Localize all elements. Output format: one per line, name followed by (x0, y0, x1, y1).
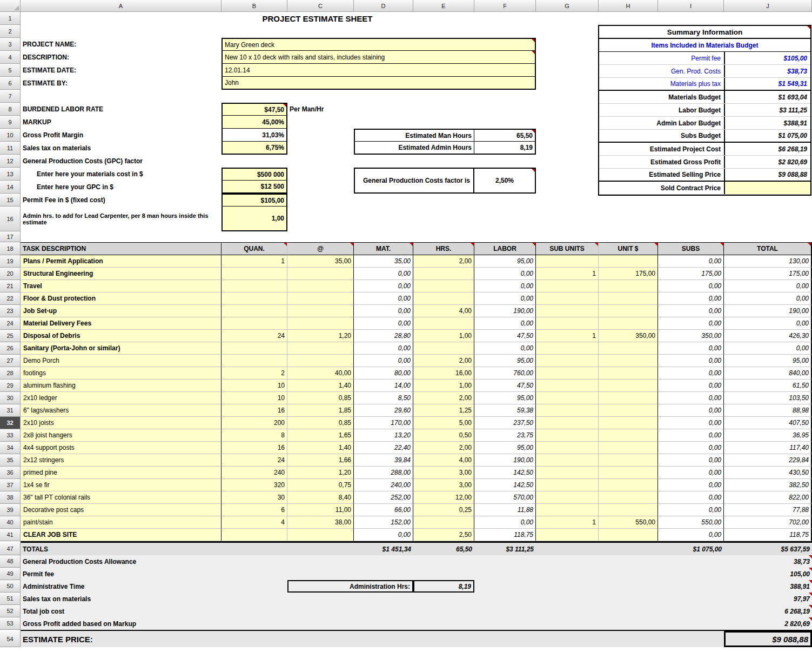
unit-cell[interactable] (599, 417, 658, 429)
task-name-cell[interactable]: Demo Porch (21, 355, 222, 367)
quan-cell[interactable] (222, 529, 287, 541)
summary-admin-labor-budget-label[interactable]: Admin Labor Budget (599, 117, 724, 129)
total-cell[interactable]: 840,00 (724, 367, 812, 380)
labor-cell[interactable]: 0,00 (474, 317, 536, 330)
quan-cell[interactable]: 10 (222, 392, 287, 404)
empty-cell[interactable] (287, 129, 354, 142)
page-title[interactable]: PROJECT ESTIMATE SHEET (222, 12, 413, 25)
task-name-cell[interactable]: Material Delivery Fees (21, 317, 222, 330)
total-cell[interactable]: 77,88 (724, 504, 812, 516)
labor-cell[interactable]: 95,00 (474, 442, 536, 454)
rate-cell[interactable]: 40,00 (287, 367, 354, 380)
task-name-cell[interactable]: Structural Engineering (21, 268, 222, 280)
gpc-factor-box-value[interactable]: 2,50% (474, 169, 535, 192)
empty-cell[interactable] (21, 231, 599, 242)
row-header[interactable]: 13 (0, 168, 21, 181)
sub-units-cell[interactable]: 1 (536, 516, 599, 529)
unit-cell[interactable] (599, 355, 658, 367)
hrs-cell[interactable] (413, 342, 474, 355)
quan-cell[interactable] (222, 305, 287, 317)
labor-cell[interactable]: 0,00 (474, 516, 536, 529)
empty-cell[interactable] (599, 207, 812, 231)
rate-cell[interactable] (287, 342, 354, 355)
empty-cell[interactable] (222, 580, 287, 593)
mat-cell[interactable]: 0,00 (354, 342, 413, 355)
sub-units-cell[interactable] (536, 504, 599, 516)
rate-cell[interactable] (287, 317, 354, 330)
rate-cell[interactable] (287, 305, 354, 317)
permit-fee-input[interactable]: $105,00 (222, 194, 287, 207)
hrs-cell[interactable]: 2,50 (413, 529, 474, 541)
total-labor-value[interactable]: $3 111,25 (474, 543, 536, 555)
task-name-cell[interactable]: Plans / Permit Application (21, 255, 222, 268)
row-header[interactable]: 8 (0, 103, 21, 116)
row-header[interactable]: 18 (0, 242, 21, 255)
empty-cell[interactable] (536, 168, 599, 181)
sub-units-cell[interactable] (536, 491, 599, 504)
mat-cell[interactable]: 0,00 (354, 268, 413, 280)
row-header[interactable]: 16 (0, 207, 21, 231)
gpc-allowance-value[interactable]: 38,73 (724, 555, 812, 568)
total-cell[interactable]: 175,00 (724, 268, 812, 280)
hrs-cell[interactable] (413, 292, 474, 305)
markup-input[interactable]: 45,00% (222, 116, 287, 129)
column-header-i[interactable]: I (658, 0, 724, 12)
total-cell[interactable]: 407,50 (724, 417, 812, 429)
quan-cell[interactable]: 2 (222, 367, 287, 380)
unit-cell[interactable] (599, 317, 658, 330)
column-header-d[interactable]: D (354, 0, 413, 12)
subs-cell[interactable]: 0,00 (658, 504, 724, 516)
subs-cell[interactable]: 0,00 (658, 417, 724, 429)
total-job-cost-value[interactable]: 6 268,19 (724, 605, 812, 617)
task-name-cell[interactable]: 2x12 stringers (21, 454, 222, 467)
hrs-cell[interactable] (413, 516, 474, 529)
administration-hrs-value[interactable]: 8,19 (413, 580, 474, 593)
total-mat-value[interactable]: $1 451,34 (354, 543, 413, 555)
sub-units-cell[interactable] (536, 367, 599, 380)
hrs-cell[interactable]: 0,25 (413, 504, 474, 516)
unit-cell[interactable] (599, 404, 658, 417)
hrs-cell[interactable]: 3,00 (413, 467, 474, 479)
estimate-price-value[interactable]: $9 088,88 (724, 631, 812, 647)
hrs-cell[interactable]: 1,25 (413, 404, 474, 417)
estimated-admin-hours-value[interactable]: 8,19 (474, 142, 536, 155)
unit-cell[interactable] (599, 367, 658, 380)
estimate-by-input[interactable]: John (222, 77, 536, 90)
hrs-cell[interactable]: 2,00 (413, 392, 474, 404)
mat-cell[interactable]: 80,00 (354, 367, 413, 380)
sub-units-cell[interactable] (536, 417, 599, 429)
row-header[interactable]: 31 (0, 404, 21, 417)
unit-cell[interactable] (599, 479, 658, 491)
unit-cell[interactable] (599, 442, 658, 454)
row-header[interactable]: 10 (0, 129, 21, 142)
hrs-cell[interactable]: 0,50 (413, 429, 474, 442)
empty-cell[interactable] (287, 194, 599, 207)
header-subs[interactable]: SUBS (658, 242, 724, 255)
row-header[interactable]: 38 (0, 491, 21, 504)
mat-cell[interactable]: 8,50 (354, 392, 413, 404)
subs-cell[interactable]: 0,00 (658, 380, 724, 392)
sub-units-cell[interactable] (536, 292, 599, 305)
mat-cell[interactable]: 35,00 (354, 255, 413, 268)
summary-gen-prod-costs-label[interactable]: Gen. Prod. Costs (599, 65, 724, 77)
empty-cell[interactable] (222, 555, 724, 568)
quan-cell[interactable]: 240 (222, 467, 287, 479)
row-header[interactable]: 1 (0, 12, 21, 25)
subs-cell[interactable]: 0,00 (658, 454, 724, 467)
labor-cell[interactable]: 142,50 (474, 467, 536, 479)
row-header[interactable]: 4 (0, 51, 21, 64)
labor-cell[interactable]: 190,00 (474, 305, 536, 317)
total-cell[interactable]: 118,75 (724, 529, 812, 541)
hrs-cell[interactable]: 4,00 (413, 305, 474, 317)
task-name-cell[interactable]: CLEAR JOB SITE (21, 529, 222, 541)
gross-profit-margin-value[interactable]: 31,03% (222, 129, 287, 142)
labor-cell[interactable]: 95,00 (474, 355, 536, 367)
quan-cell[interactable]: 4 (222, 516, 287, 529)
column-header-j[interactable]: J (724, 0, 812, 12)
empty-cell[interactable] (287, 168, 354, 181)
total-cell[interactable]: 36,95 (724, 429, 812, 442)
subs-cell[interactable]: 0,00 (658, 529, 724, 541)
empty-cell[interactable] (287, 116, 599, 129)
row-header[interactable]: 41 (0, 529, 21, 541)
row-header[interactable]: 28 (0, 367, 21, 380)
